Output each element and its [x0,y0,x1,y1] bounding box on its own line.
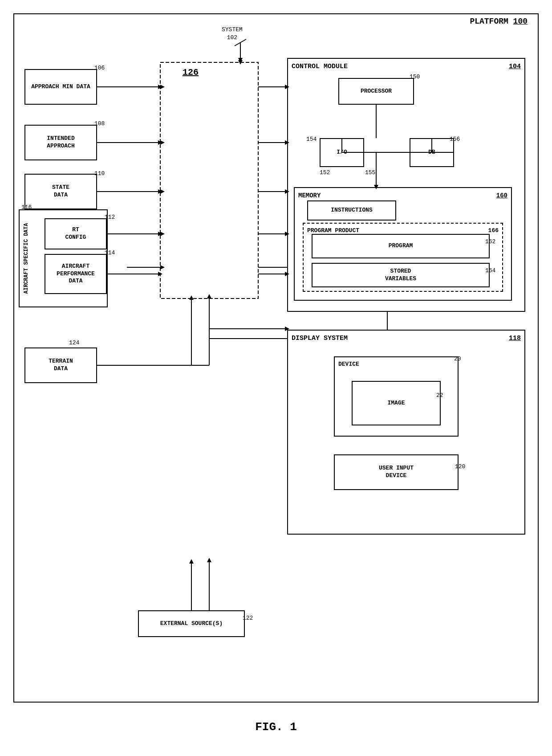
memory-label: MEMORY [298,192,321,200]
ref-116: 116 [21,204,32,211]
intended-approach-label: INTENDEDAPPROACH [47,135,74,150]
user-input-device-label: USER INPUTDEVICE [379,465,414,480]
terrain-data-label: TERRAINDATA [49,358,73,373]
external-sources-label: EXTERNAL SOURCE(S) [160,620,223,628]
ref-104: 104 [509,62,521,71]
approach-min-data-box: APPROACH MIN DATA [24,69,97,105]
ref-106: 106 [94,65,105,71]
platform-ref: 100 [513,17,528,26]
control-module-label: CONTROL MODULE [292,62,348,71]
ref-114: 114 [105,249,115,256]
fig-label: FIG. 1 [255,720,297,734]
instructions-label: INSTRUCTIONS [331,207,373,214]
rt-config-label: RTCONFIG [65,226,86,241]
stored-variables-label: STOREDVARIABLES [385,268,416,283]
ref-112: 112 [105,214,115,221]
program-label: PROGRAM [389,242,413,250]
aircraft-specific-data-label: AIRCRAFT SPECIFIC DATA [23,223,30,294]
ref-156: 156 [450,136,460,143]
platform-label: PLATFORM 100 [470,17,528,26]
user-input-device-box: USER INPUTDEVICE [334,454,459,490]
ref-154: 154 [306,136,317,143]
image-box: IMAGE [352,381,441,425]
approach-min-data-label: APPROACH MIN DATA [31,83,90,91]
external-sources-box: EXTERNAL SOURCE(S) [138,610,245,637]
ref-164: 164 [485,267,495,274]
terrain-data-box: TERRAINDATA [24,347,97,383]
state-data-label: STATEDATA [52,184,69,199]
ref-122: 122 [243,615,253,621]
ref-155: 155 [365,169,375,176]
ref-160: 160 [496,192,507,200]
ref-150: 150 [410,74,420,80]
image-label: IMAGE [387,400,405,407]
ref-20: 20 [454,356,461,362]
db-box: DB [410,138,454,167]
system-ref: 102 [227,34,237,41]
io-box: I/O [320,138,364,167]
memory-header: MEMORY 160 [298,192,507,200]
ref-124: 124 [69,339,79,346]
control-module-header: CONTROL MODULE 104 [292,62,521,71]
intended-approach-box: INTENDEDAPPROACH [24,125,97,160]
io-label: I/O [337,149,347,156]
state-data-box: STATEDATA [24,174,97,209]
instructions-box: INSTRUCTIONS [307,200,396,221]
ref-162: 162 [485,238,495,245]
system-label: SYSTEM 102 [222,26,243,42]
ref-118: 118 [509,334,521,343]
rt-config-box: RTCONFIG [45,218,107,249]
processor-box: PROCESSOR [338,78,414,105]
program-box: PROGRAM [312,234,490,258]
aircraft-performance-data-box: AIRCRAFTPERFORMANCEDATA [45,254,107,294]
ref-110: 110 [94,170,105,177]
ref-108: 108 [94,120,105,127]
aircraft-performance-data-label: AIRCRAFTPERFORMANCEDATA [57,263,95,286]
device-label: DEVICE [338,361,359,368]
processor-label: PROCESSOR [361,88,392,95]
stored-variables-box: STOREDVARIABLES [312,263,490,287]
db-label: DB [428,149,435,156]
ref-120: 120 [455,463,465,470]
ref-166: 166 [488,227,499,235]
ref-152: 152 [320,169,330,176]
ref-22: 22 [436,392,443,399]
page: PLATFORM 100 SYSTEM 102 126 [0,0,552,756]
display-system-label: DISPLAY SYSTEM [292,334,348,343]
display-system-header: DISPLAY SYSTEM 118 [292,334,521,343]
